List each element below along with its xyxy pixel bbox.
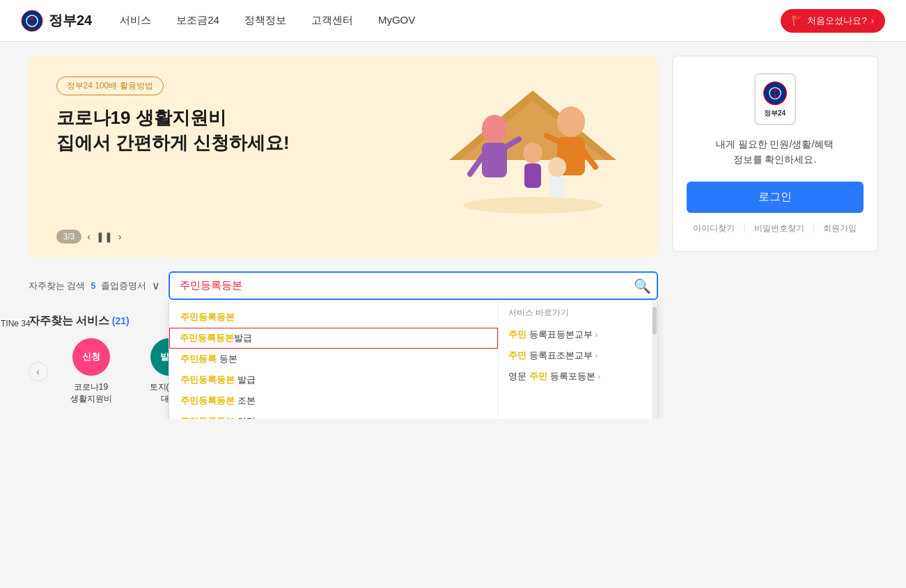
- banner-illustration: [435, 70, 630, 244]
- gov24-app-label: 정부24: [764, 109, 786, 118]
- arrow-right-icon: ›: [595, 331, 598, 339]
- frequent-search: 자주찾는 검색 5 졸업증명서 ∨: [29, 279, 161, 292]
- scrollbar-thumb[interactable]: [653, 307, 657, 335]
- banner-prev-button[interactable]: ‹: [87, 231, 91, 242]
- autocomplete-item-4[interactable]: 주민등록등본 발급: [169, 370, 497, 390]
- services-title: 자주찾는 서비스 (21): [29, 314, 130, 328]
- service-link-2[interactable]: 주민등록표조본교부 ›: [508, 345, 642, 366]
- svg-point-14: [548, 157, 566, 177]
- nav-mygov[interactable]: MyGOV: [378, 14, 415, 27]
- main-nav: 서비스 보조금24 정책정보 고객센터 MyGOV: [120, 14, 781, 27]
- frequent-search-label: 자주찾는 검색: [29, 280, 86, 292]
- login-links: 아이디찾기 | 비밀번호찾기 | 회원가입: [693, 223, 856, 235]
- frequent-search-num: 5: [91, 280, 95, 291]
- autocomplete-item-5[interactable]: 주민등록등본 조본: [169, 390, 497, 411]
- svg-rect-15: [549, 177, 565, 198]
- login-description: 내게 필요한 민원/생활/혜택 정보를 확인하세요.: [716, 136, 834, 168]
- arrow-right-icon: ›: [595, 351, 598, 360]
- gov24-emblem-icon: [763, 81, 788, 106]
- arrow-right-icon: ›: [598, 372, 601, 381]
- autocomplete-item-1[interactable]: 주민등록등본: [169, 307, 497, 328]
- svg-point-8: [557, 106, 585, 137]
- svg-point-16: [463, 197, 602, 214]
- search-icon: 🔍: [634, 278, 651, 294]
- autocomplete-scrollbar: [652, 300, 657, 419]
- find-id-link[interactable]: 아이디찾기: [693, 223, 735, 235]
- right-column: 정부24 내게 필요한 민원/생활/혜택 정보를 확인하세요. 로그인 아이디찾…: [672, 56, 878, 405]
- autocomplete-services-title: 서비스 바로가기: [508, 307, 642, 319]
- tine-annotation: TINe 34: [1, 319, 31, 328]
- svg-rect-13: [524, 164, 541, 188]
- login-button[interactable]: 로그인: [687, 182, 864, 213]
- divider-2: |: [813, 223, 815, 235]
- frequent-search-dropdown-button[interactable]: ∨: [152, 279, 160, 292]
- signup-link[interactable]: 회원가입: [823, 223, 857, 235]
- svg-point-12: [523, 143, 542, 164]
- banner-controls: 3/3 ‹ ❚❚ ›: [56, 230, 122, 244]
- login-box: 정부24 내게 필요한 민원/생활/혜택 정보를 확인하세요. 로그인 아이디찾…: [672, 56, 878, 252]
- frequent-search-term: 졸업증명서: [101, 280, 146, 292]
- autocomplete-item-2[interactable]: 주민등록등본발급: [169, 328, 497, 349]
- service-card-1[interactable]: 신청 코로나19생활지원비: [56, 338, 126, 405]
- svg-point-4: [482, 115, 507, 143]
- find-password-link[interactable]: 비밀번호찾기: [754, 223, 804, 235]
- left-column: 정부24 100배 활용방법 코로나19 생활지원비 집에서 간편하게 신청하세…: [29, 56, 658, 405]
- divider: |: [743, 223, 745, 235]
- autocomplete-dropdown: 주민등록등본 주민등록등본발급 주민등록 등본 주민등록등본 발급 주민등록등본: [169, 300, 657, 419]
- search-box: 🔍 주민등록등본 주민등록등본발급 주민등록 등본: [169, 271, 657, 300]
- autocomplete-suggestions: 주민등록등본 주민등록등본발급 주민등록 등본 주민등록등본 발급 주민등록등본: [169, 300, 498, 419]
- search-input[interactable]: [169, 271, 657, 300]
- banner: 정부24 100배 활용방법 코로나19 생활지원비 집에서 간편하게 신청하세…: [29, 56, 658, 257]
- service-link-1[interactable]: 주민등록표등본교부 ›: [508, 324, 642, 345]
- logo[interactable]: 정부24: [21, 10, 92, 32]
- flag-icon: 🚩: [792, 15, 803, 26]
- banner-counter: 3/3: [56, 230, 82, 244]
- first-visit-button[interactable]: 🚩 처음오셨나요? ›: [781, 9, 885, 33]
- nav-policy[interactable]: 정책정보: [244, 14, 286, 27]
- service-badge-1: 신청: [72, 338, 110, 376]
- main-content: 정부24 100배 활용방법 코로나19 생활지원비 집에서 간편하게 신청하세…: [15, 56, 892, 405]
- service-link-3[interactable]: 영문 주민등록포등본 ›: [508, 366, 642, 387]
- header: 정부24 서비스 보조금24 정책정보 고객센터 MyGOV 🚩 처음오셨나요?…: [0, 0, 906, 42]
- government-emblem-icon: [21, 10, 43, 32]
- service-name-1: 코로나19생활지원비: [70, 381, 112, 405]
- autocomplete-item-3[interactable]: 주민등록 등본: [169, 349, 497, 370]
- services-prev-button[interactable]: ‹: [29, 362, 48, 381]
- banner-pause-button[interactable]: ❚❚: [96, 231, 113, 242]
- search-area: 자주찾는 검색 5 졸업증명서 ∨ 🔍 주민등록등본: [29, 271, 658, 300]
- banner-next-button[interactable]: ›: [118, 231, 122, 242]
- arrow-right-icon: ›: [871, 15, 874, 26]
- autocomplete-item-6[interactable]: 주민등록등본 열람: [169, 411, 497, 419]
- gov24-app-icon: 정부24: [754, 73, 796, 125]
- search-button[interactable]: 🔍: [634, 278, 651, 294]
- nav-customer[interactable]: 고객센터: [311, 14, 353, 27]
- nav-services[interactable]: 서비스: [120, 14, 151, 27]
- nav-bojogeum[interactable]: 보조금24: [176, 14, 219, 27]
- autocomplete-services: 서비스 바로가기 주민등록표등본교부 › 주민등록표조본교부 › 영문 주민등록…: [499, 300, 652, 419]
- banner-tag: 정부24 100배 활용방법: [56, 77, 164, 95]
